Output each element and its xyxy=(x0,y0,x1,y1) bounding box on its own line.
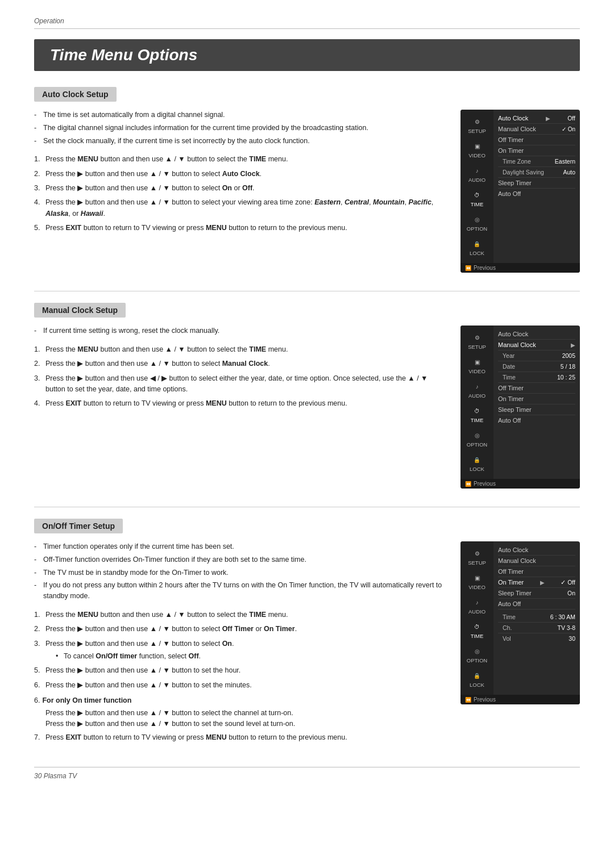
step-item: Press the ▶ button and then use ▲ / ▼ bu… xyxy=(34,197,447,219)
sidebar-time-2: ⏱ TIME xyxy=(460,402,493,427)
menu-row-daylight: Daylight Saving Auto xyxy=(498,167,575,178)
step6-lines: Press the ▶ button and then use ▲ / ▼ bu… xyxy=(34,708,447,730)
bullet-item: Timer function operates only if the curr… xyxy=(34,541,447,552)
time-icon-2: ⏱ xyxy=(471,406,483,416)
onoff-timer-steps: Press the MENU button and then use ▲ / ▼… xyxy=(34,610,447,691)
sidebar-audio-2: ♪ AUDIO xyxy=(460,378,493,402)
tv-panel-onoff-timer: ⚙ SETUP ▣ VIDEO ♪ AUDIO ⏱ xyxy=(460,541,580,704)
menu-row-off-timer-3: Off Timer xyxy=(498,566,575,577)
menu-row-sleep-3: Sleep Timer On xyxy=(498,588,575,599)
bullet-item: The TV must be in standby mode for the O… xyxy=(34,567,447,578)
setup-icon: ⚙ xyxy=(471,116,483,127)
setup-icon-2: ⚙ xyxy=(471,332,483,343)
tv-menu-onoff-timer: Auto Clock Manual Clock Off Timer On Tim… xyxy=(493,541,580,695)
back-icon-3: ⏪ xyxy=(465,697,471,703)
menu-row-year: Year 2005 xyxy=(498,350,575,361)
step6-line1: Press the ▶ button and then use ▲ / ▼ bu… xyxy=(45,708,447,719)
tv-menu-manual-clock: Auto Clock Manual Clock ▶ Year 2005 Date xyxy=(493,326,580,479)
manual-clock-text: If current time setting is wrong, reset … xyxy=(34,326,447,415)
step-item: Press the ▶ button and then use ▲ / ▼ bu… xyxy=(34,639,447,662)
menu-row-vol: Vol 30 xyxy=(498,633,575,644)
menu-row-on-timer-2: On Timer xyxy=(498,394,575,404)
lock-icon: 🔒 xyxy=(471,239,483,249)
sidebar-lock: 🔒 LOCK xyxy=(460,235,493,260)
onoff-timer-text: Timer function operates only if the curr… xyxy=(34,541,447,749)
audio-icon-2: ♪ xyxy=(471,381,483,391)
sidebar-audio: ♪ AUDIO xyxy=(460,162,493,186)
step-item: Press the ▶ button and then use ◀ / ▶ bu… xyxy=(34,373,447,395)
sidebar-option-2: ◎ OPTION xyxy=(460,427,493,451)
sidebar-audio-3: ♪ AUDIO xyxy=(460,594,493,618)
onoff-timer-header: On/Off Timer Setup xyxy=(34,519,123,533)
section-divider-1 xyxy=(34,291,580,291)
tv-menu-auto-clock: Auto Clock ▶ Off Manual Clock ✓ On Off T… xyxy=(493,110,580,263)
time-icon: ⏱ xyxy=(471,190,483,200)
tv-sidebar-3: ⚙ SETUP ▣ VIDEO ♪ AUDIO ⏱ xyxy=(460,541,493,695)
menu-row-auto-off: Auto Off xyxy=(498,189,575,199)
menu-row-auto-clock: Auto Clock ▶ Off xyxy=(498,113,575,124)
sidebar-setup: ⚙ SETUP xyxy=(460,113,493,137)
sidebar-setup-3: ⚙ SETUP xyxy=(460,545,493,569)
menu-row-manual-clock-3: Manual Clock xyxy=(498,556,575,566)
bullet-item: If current time setting is wrong, reset … xyxy=(34,326,447,336)
tv-footer-2: ⏪ Previous xyxy=(460,479,580,489)
sidebar-lock-2: 🔒 LOCK xyxy=(460,451,493,475)
section-divider-2 xyxy=(34,507,580,507)
menu-row-timezone: Time Zone Eastern xyxy=(498,156,575,167)
video-icon-3: ▣ xyxy=(471,573,483,583)
tv-footer-3: ⏪ Previous xyxy=(460,695,580,704)
menu-row-auto-clock-3: Auto Clock xyxy=(498,545,575,556)
tv-panel-auto-clock: ⚙ SETUP ▣ VIDEO ♪ AUDIO ⏱ xyxy=(460,110,580,273)
step-item: Press the ▶ button and then use ▲ / ▼ bu… xyxy=(34,680,447,691)
menu-row-on-timer-3: On Timer ▶ ✓ Off xyxy=(498,577,575,588)
audio-icon: ♪ xyxy=(471,165,483,176)
step-item: Press EXIT button to return to TV viewin… xyxy=(34,732,447,743)
back-icon-2: ⏪ xyxy=(465,481,471,487)
step-item: Press the MENU button and then use ▲ / ▼… xyxy=(34,154,447,165)
sub-bullet-item: To cancel On/Off timer function, select … xyxy=(56,651,447,662)
menu-row-auto-clock-2: Auto Clock xyxy=(498,329,575,340)
menu-row-off-timer-2: Off Timer xyxy=(498,383,575,394)
tv-sidebar-2: ⚙ SETUP ▣ VIDEO ♪ AUDIO ⏱ xyxy=(460,326,493,479)
step-item: Press EXIT button to return to TV viewin… xyxy=(34,398,447,409)
auto-clock-steps: Press the MENU button and then use ▲ / ▼… xyxy=(34,154,447,233)
option-icon: ◎ xyxy=(471,214,483,224)
lock-icon-3: 🔒 xyxy=(471,670,483,681)
step-item: Press the ▶ button and then use ▲ / ▼ bu… xyxy=(34,358,447,369)
step6-number: 6. xyxy=(34,696,40,704)
step-item: Press the MENU button and then use ▲ / ▼… xyxy=(34,610,447,620)
manual-clock-header: Manual Clock Setup xyxy=(34,303,126,318)
step-item: Press EXIT button to return to TV viewin… xyxy=(34,223,447,233)
operation-label: Operation xyxy=(34,17,580,25)
menu-row-sleep-timer: Sleep Timer xyxy=(498,178,575,189)
auto-clock-content: The time is set automatically from a dig… xyxy=(34,110,580,273)
menu-row-time-onoff: Time 6 : 30 AM xyxy=(498,612,575,623)
bullet-item: Off-Timer function overrides On-Timer fu… xyxy=(34,554,447,565)
step-item: Press the ▶ button and then use ▲ / ▼ bu… xyxy=(34,183,447,194)
manual-clock-content: If current time setting is wrong, reset … xyxy=(34,326,580,489)
step-item: Press the ▶ button and then use ▲ / ▼ bu… xyxy=(34,169,447,180)
menu-row-time-manual: Time 10 : 25 xyxy=(498,372,575,383)
menu-row-auto-off-3: Auto Off xyxy=(498,599,575,610)
step-item: Press the MENU button and then use ▲ / ▼… xyxy=(34,344,447,355)
option-icon-3: ◎ xyxy=(471,646,483,656)
tv-sidebar: ⚙ SETUP ▣ VIDEO ♪ AUDIO ⏱ xyxy=(460,110,493,263)
menu-row-manual-clock-2: Manual Clock ▶ xyxy=(498,340,575,350)
video-icon: ▣ xyxy=(471,141,483,151)
bullet-item: Set the clock manually, if the current t… xyxy=(34,136,447,147)
menu-row-sleep-2: Sleep Timer xyxy=(498,404,575,415)
page-title: Time Menu Options xyxy=(34,39,580,71)
auto-clock-header: Auto Clock Setup xyxy=(34,87,117,102)
onoff-step7: Press EXIT button to return to TV viewin… xyxy=(34,732,447,743)
manual-clock-bullets: If current time setting is wrong, reset … xyxy=(34,326,447,336)
menu-row-manual-clock: Manual Clock ✓ On xyxy=(498,124,575,135)
step3-sub: To cancel On/Off timer function, select … xyxy=(45,651,447,662)
page-footer: 30 Plasma TV xyxy=(34,767,580,780)
step6-container: 6.For only On timer function xyxy=(34,696,447,704)
back-icon: ⏪ xyxy=(465,265,471,271)
audio-icon-3: ♪ xyxy=(471,597,483,607)
manual-clock-steps: Press the MENU button and then use ▲ / ▼… xyxy=(34,344,447,410)
menu-row-date: Date 5 / 18 xyxy=(498,361,575,372)
option-icon-2: ◎ xyxy=(471,430,483,440)
sidebar-video-2: ▣ VIDEO xyxy=(460,353,493,378)
